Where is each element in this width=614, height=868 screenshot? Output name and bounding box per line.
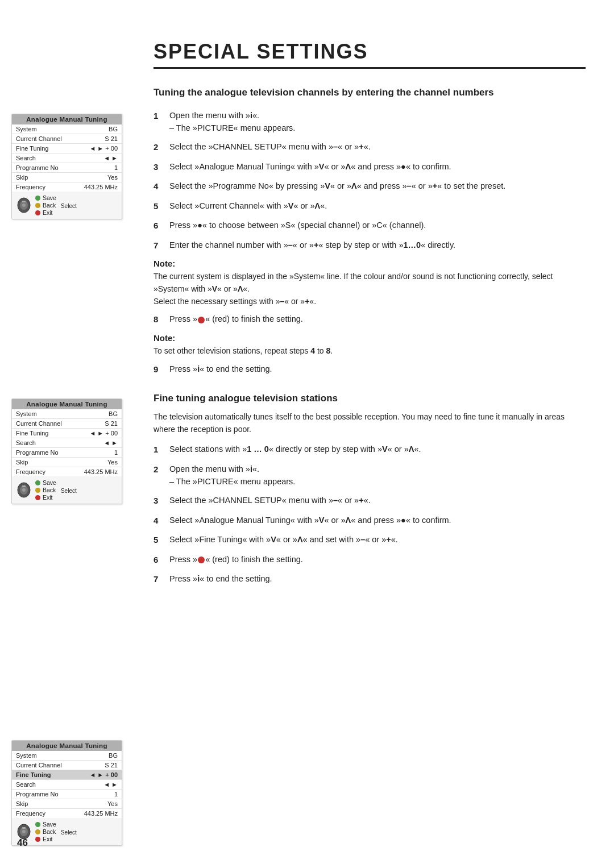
list-item: 1 Select stations with »1 … 0« directly … <box>154 443 586 456</box>
tv-menu-row: Search ◄ ► <box>12 153 122 163</box>
note2-label: Note: <box>154 333 586 343</box>
tv-menu-row: System BG <box>12 751 122 761</box>
tv-menu-panel-2: Analogue Manual Tuning System BG Current… <box>11 398 122 507</box>
tv-menu-footer-2: Save Back Exit Select <box>12 476 122 504</box>
list-item: 1 Open the menu with »i«.– The »PICTURE«… <box>154 110 586 135</box>
list-item: 8 Press »« (red) to finish the setting. <box>154 313 586 326</box>
exit-label-3: Exit <box>43 836 53 842</box>
tv-menu-row: Frequency 443.25 MHz <box>12 809 122 818</box>
dot-green <box>35 196 40 201</box>
tv-menu-title-3: Analogue Manual Tuning <box>12 741 122 751</box>
page-container: Analogue Manual Tuning System BG Current… <box>0 0 614 868</box>
list-item: 3 Select »Analogue Manual Tuning« with »… <box>154 161 586 174</box>
exit-label: Exit <box>43 209 53 216</box>
list-item: 9 Press »i« to end the setting. <box>154 363 586 376</box>
tv-menu-row: Programme No 1 <box>12 790 122 799</box>
tv-action-back: Back <box>35 202 56 209</box>
tv-menu-actions-3: Save Back Exit <box>35 821 56 842</box>
tv-menu-row: System BG <box>12 124 122 134</box>
exit-label-2: Exit <box>43 494 53 501</box>
sidebar: Analogue Manual Tuning System BG Current… <box>0 23 131 849</box>
section2-steps: 1 Select stations with »1 … 0« directly … <box>154 443 586 586</box>
section1-steps: 1 Open the menu with »i«.– The »PICTURE«… <box>154 110 586 252</box>
dot-yellow <box>35 488 40 493</box>
svg-point-10 <box>22 830 26 833</box>
note2: Note: To set other television stations, … <box>154 333 586 358</box>
select-label-3: Select <box>61 829 77 836</box>
list-item: 5 Select »Fine Tuning« with »V« or »Λ« a… <box>154 534 586 547</box>
svg-rect-7 <box>22 485 26 487</box>
tv-menu-row: System BG <box>12 409 122 419</box>
back-label-2: Back <box>43 487 56 493</box>
list-item: 2 Select the »CHANNEL SETUP« menu with »… <box>154 141 586 154</box>
save-label: Save <box>43 194 56 201</box>
tv-menu-box-1: Analogue Manual Tuning System BG Current… <box>11 114 122 219</box>
tv-menu-title-1: Analogue Manual Tuning <box>12 114 122 124</box>
dot-yellow <box>35 829 40 834</box>
tv-menu-panel-3: Analogue Manual Tuning System BG Current… <box>11 740 122 849</box>
list-item: 2 Open the menu with »i«.– The »PICTURE«… <box>154 463 586 488</box>
main-content: SPECIAL SETTINGS Tuning the analogue tel… <box>131 23 614 849</box>
svg-point-6 <box>22 488 26 492</box>
dot-yellow <box>35 203 40 208</box>
tv-menu-footer-1: Save Back Exit Select <box>12 192 122 219</box>
list-item: 4 Select »Analogue Manual Tuning« with »… <box>154 514 586 528</box>
tv-menu-row: Current Channel S 21 <box>12 419 122 429</box>
tv-menu-row: Programme No 1 <box>12 448 122 458</box>
tv-menu-row: Programme No 1 <box>12 163 122 173</box>
page-title: SPECIAL SETTINGS <box>154 40 586 69</box>
tv-menu-box-2: Analogue Manual Tuning System BG Current… <box>11 398 122 504</box>
page-number: 46 <box>17 837 28 849</box>
save-label-2: Save <box>43 479 56 486</box>
list-item: 5 Select »Current Channel« with »V« or »… <box>154 200 586 213</box>
tv-action-exit: Exit <box>35 209 56 216</box>
tv-menu-row: Search ◄ ► <box>12 438 122 448</box>
section2-heading: Fine tuning analogue television stations <box>154 393 586 404</box>
note1-label: Note: <box>154 259 586 268</box>
list-item: 3 Select the »CHANNEL SETUP« menu with »… <box>154 495 586 508</box>
dot-red <box>35 495 40 500</box>
tv-menu-row: Current Channel S 21 <box>12 761 122 770</box>
tv-menu-actions-1: Save Back Exit <box>35 194 56 216</box>
svg-point-13 <box>198 556 205 563</box>
svg-rect-11 <box>22 827 26 829</box>
tv-menu-rows-1: System BG Current Channel S 21 Fine Tuni… <box>12 124 122 192</box>
tv-menu-row-highlighted: Fine Tuning ◄ ► + 00 <box>12 770 122 780</box>
remote-icon-1 <box>16 197 32 213</box>
dot-red <box>35 837 40 842</box>
tv-menu-row: Fine Tuning ◄ ► + 00 <box>12 429 122 438</box>
note1: Note: The current system is displayed in… <box>154 259 586 308</box>
svg-rect-3 <box>22 201 26 202</box>
section1-heading: Tuning the analogue television channels … <box>154 86 586 99</box>
tv-menu-footer-3: Save Back Exit Select <box>12 818 122 845</box>
tv-menu-row: Frequency 443.25 MHz <box>12 182 122 192</box>
svg-point-12 <box>198 317 205 323</box>
note1-text: The current system is displayed in the »… <box>154 271 586 308</box>
back-label: Back <box>43 202 56 209</box>
tv-menu-row: Skip Yes <box>12 799 122 809</box>
section1-steps-cont: 8 Press »« (red) to finish the setting. <box>154 313 586 326</box>
select-label-1: Select <box>61 203 77 209</box>
list-item: 4 Select the »Programme No« by pressing … <box>154 180 586 193</box>
tv-menu-row: Skip Yes <box>12 458 122 467</box>
tv-menu-row: Search ◄ ► <box>12 780 122 790</box>
tv-menu-row: Fine Tuning ◄ ► + 00 <box>12 144 122 153</box>
dot-green <box>35 822 40 827</box>
tv-action-save: Save <box>35 194 56 201</box>
tv-menu-row: Skip Yes <box>12 173 122 182</box>
list-item: 7 Enter the channel number with »–« or »… <box>154 239 586 252</box>
section2-intro: The television automatically tunes itsel… <box>154 411 586 435</box>
dot-red <box>35 210 40 215</box>
tv-menu-panel-1: Analogue Manual Tuning System BG Current… <box>11 114 122 222</box>
tv-menu-row: Current Channel S 21 <box>12 134 122 144</box>
list-item: 7 Press »i« to end the setting. <box>154 573 586 586</box>
tv-menu-actions-2: Save Back Exit <box>35 479 56 501</box>
back-label-3: Back <box>43 828 56 835</box>
section1-step9: 9 Press »i« to end the setting. <box>154 363 586 376</box>
list-item: 6 Press »« (red) to finish the setting. <box>154 554 586 567</box>
select-label-2: Select <box>61 488 77 494</box>
tv-menu-rows-3: System BG Current Channel S 21 Fine Tuni… <box>12 751 122 818</box>
save-label-3: Save <box>43 821 56 828</box>
tv-menu-rows-2: System BG Current Channel S 21 Fine Tuni… <box>12 409 122 476</box>
dot-green <box>35 480 40 485</box>
